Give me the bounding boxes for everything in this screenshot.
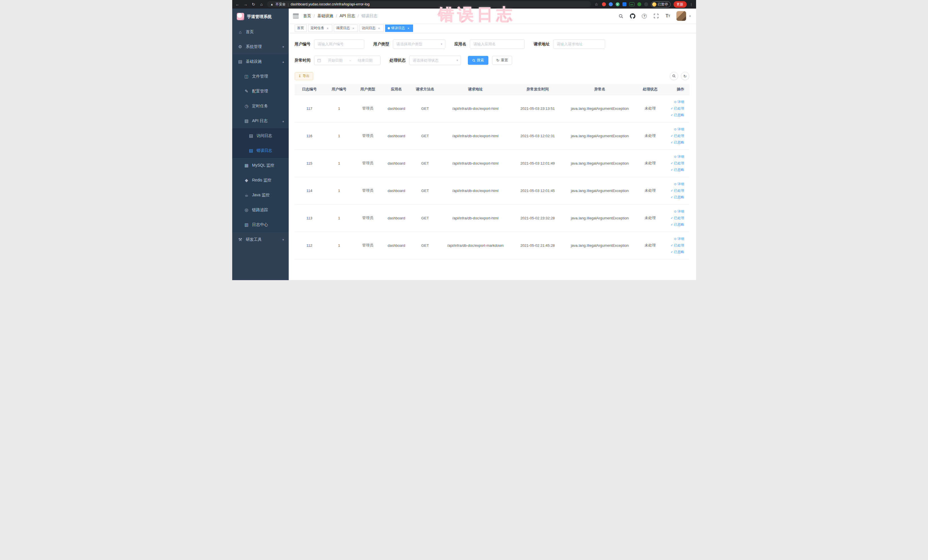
filter-exception-time: 异常时间 开始日期 - 结束日期 — [295, 56, 380, 65]
address-bar[interactable]: ▲ 不安全 | dashboard.yudao.iocoder.cn/infra… — [267, 1, 591, 8]
tag-label: 调度日志 — [336, 26, 350, 31]
refresh-button[interactable]: ↻ — [681, 72, 689, 80]
forward-icon[interactable]: → — [243, 2, 248, 6]
sidebar-item-mysql-monitor[interactable]: ▦ MySQL 监控 — [232, 158, 289, 173]
mark-ignored-link[interactable]: ✓已忽略 — [665, 221, 684, 228]
extension-icon-1[interactable] — [602, 2, 606, 6]
extension-icon-4[interactable] — [637, 2, 641, 6]
mark-processed-link[interactable]: ✓已处理 — [665, 188, 684, 194]
font-size-icon[interactable]: TT — [665, 13, 671, 19]
mark-processed-link[interactable]: ✓已处理 — [665, 215, 684, 221]
tag-home[interactable]: 首页 — [295, 24, 307, 32]
breadcrumb-separator: / — [336, 14, 337, 18]
extension-icon-5[interactable] — [644, 2, 648, 6]
sidebar-item-error-log[interactable]: ▤ 错误日志 — [232, 143, 289, 158]
sidebar-item-redis-monitor[interactable]: ◆ Redis 监控 — [232, 173, 289, 188]
sidebar-item-home[interactable]: ⌂ 首页 — [232, 24, 289, 40]
tag-schedule-log[interactable]: 调度日志 × — [334, 24, 358, 32]
column-header: 异常名 — [563, 84, 636, 95]
reload-icon[interactable]: ↻ — [251, 2, 256, 6]
mark-ignored-link[interactable]: ✓已忽略 — [665, 249, 684, 255]
tag-error-log[interactable]: 错误日志 × — [385, 24, 413, 32]
start-date-placeholder[interactable]: 开始日期 — [323, 58, 348, 63]
breadcrumb-item[interactable]: 首页 — [303, 14, 311, 18]
hamburger-icon[interactable] — [293, 14, 299, 18]
vue-devtools-icon[interactable]: V — [616, 2, 620, 6]
sidebar-item-dev-tools[interactable]: ⚒ 研发工具 ▾ — [232, 232, 289, 247]
process-status-select[interactable] — [409, 56, 461, 65]
extension-icon-2[interactable] — [609, 2, 613, 6]
sidebar-item-java-monitor[interactable]: ☕ Java 监控 — [232, 188, 289, 203]
chrome-update-button[interactable]: 更新 — [673, 1, 687, 8]
tag-label: 访问日志 — [362, 26, 376, 31]
bookmark-star-icon[interactable]: ☆ — [594, 2, 599, 6]
sidebar-item-label: 研发工具 — [246, 237, 262, 242]
export-button[interactable]: ↧ 导出 — [295, 72, 313, 80]
tag-close-icon[interactable]: × — [377, 26, 381, 30]
user-type-select[interactable] — [393, 40, 445, 49]
breadcrumb-item[interactable]: 基础设施 — [317, 14, 333, 18]
tag-close-icon[interactable]: × — [326, 26, 330, 30]
sidebar-item-system[interactable]: ⚙ 系统管理 ▾ — [232, 40, 289, 54]
detail-link[interactable]: ⊙详细 — [665, 99, 684, 105]
fullscreen-icon[interactable] — [653, 13, 659, 19]
tag-access-log[interactable]: 访问日志 × — [359, 24, 384, 32]
sidebar-item-infra[interactable]: ▤ 基础设施 ▴ — [232, 54, 289, 69]
profile-paused-chip[interactable]: 已暂停 — [651, 2, 671, 8]
sidebar-item-file-manage[interactable]: ◫ 文件管理 — [232, 69, 289, 84]
back-icon[interactable]: ← — [235, 2, 240, 6]
sidebar-item-log-center[interactable]: ▥ 日志中心 — [232, 217, 289, 232]
user-avatar[interactable] — [676, 11, 686, 21]
sidebar-item-api-log[interactable]: ▧ API 日志 ▴ — [232, 113, 289, 128]
detail-link[interactable]: ⊙详细 — [665, 126, 684, 133]
search-icon[interactable] — [618, 13, 624, 19]
tag-scheduled-jobs[interactable]: 定时任务 × — [308, 24, 332, 32]
extension-on-icon[interactable]: on — [629, 2, 635, 6]
cell-time: 2021-05-03 23:13:51 — [512, 95, 563, 122]
request-url-input[interactable] — [553, 40, 605, 49]
mark-processed-link[interactable]: ✓已处理 — [665, 242, 684, 249]
sidebar-item-trace[interactable]: ◎ 链路追踪 — [232, 203, 289, 217]
tag-close-icon[interactable]: × — [406, 26, 411, 30]
mark-processed-link[interactable]: ✓已处理 — [665, 133, 684, 139]
detail-link[interactable]: ⊙详细 — [665, 181, 684, 188]
app-name-input[interactable] — [470, 40, 525, 49]
detail-link[interactable]: ⊙详细 — [665, 236, 684, 242]
sidebar-item-scheduled-jobs[interactable]: ◷ 定时任务 — [232, 99, 289, 113]
mark-ignored-link[interactable]: ✓已忽略 — [665, 166, 684, 173]
extension-icon-3[interactable] — [623, 2, 626, 6]
tag-close-icon[interactable]: × — [351, 26, 356, 30]
processed-label: 已处理 — [674, 105, 684, 112]
app-logo[interactable]: 芋道管理系统 — [232, 9, 289, 24]
sidebar-item-config-manage[interactable]: ✎ 配置管理 — [232, 84, 289, 99]
avatar-dropdown-icon[interactable]: ▾ — [689, 14, 691, 18]
breadcrumb-item[interactable]: API 日志 — [339, 14, 355, 18]
detail-link[interactable]: ⊙详细 — [665, 208, 684, 215]
toggle-search-button[interactable] — [670, 72, 678, 80]
ignored-label: 已忽略 — [674, 139, 684, 146]
sidebar-item-label: 定时任务 — [252, 104, 268, 109]
cell-actions: ⊙详细 ✓已处理 ✓已忽略 — [664, 95, 690, 122]
mark-processed-link[interactable]: ✓已处理 — [665, 105, 684, 112]
sidebar-item-access-log[interactable]: ▤ 访问日志 — [232, 128, 289, 143]
detail-link[interactable]: ⊙详细 — [665, 154, 684, 160]
mark-ignored-link[interactable]: ✓已忽略 — [665, 139, 684, 146]
mark-ignored-link[interactable]: ✓已忽略 — [665, 112, 684, 118]
home-icon[interactable]: ⌂ — [259, 2, 264, 6]
table-row: 112 1 管理员 dashboard GET /api/infra/db-do… — [295, 232, 690, 259]
browser-menu-icon[interactable]: ⋮ — [690, 2, 693, 6]
user-id-input[interactable] — [314, 40, 364, 49]
search-button[interactable]: 搜索 — [468, 56, 488, 65]
help-icon[interactable]: ? — [641, 13, 647, 19]
refresh-icon: ↻ — [683, 74, 687, 78]
redis-icon: ◆ — [244, 178, 249, 183]
github-icon[interactable] — [630, 13, 636, 19]
right-toolbar: ↻ — [670, 72, 689, 80]
end-date-placeholder[interactable]: 结束日期 — [353, 58, 377, 63]
date-range-picker[interactable]: 开始日期 - 结束日期 — [314, 56, 380, 65]
mark-processed-link[interactable]: ✓已处理 — [665, 160, 684, 166]
reset-button[interactable]: ↻ 重置 — [492, 56, 512, 65]
cell-app: dashboard — [382, 177, 411, 204]
table-row: 117 1 管理员 dashboard GET /api/infra/db-do… — [295, 95, 690, 122]
mark-ignored-link[interactable]: ✓已忽略 — [665, 194, 684, 201]
